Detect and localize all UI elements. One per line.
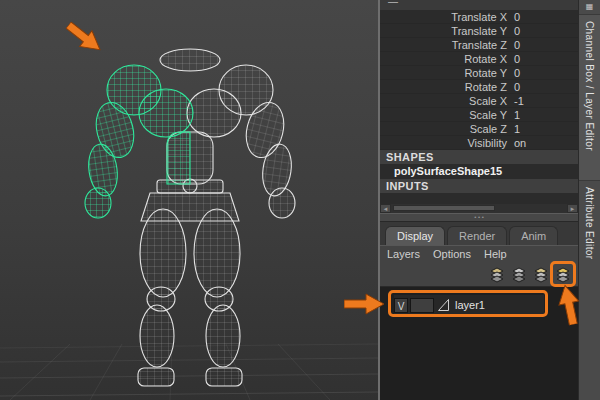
scroll-left-icon[interactable]: ◄ (380, 204, 391, 213)
layer-display-mode-box[interactable] (410, 298, 434, 313)
channel-list: Translate X 0 Translate Y 0 Translate Z … (380, 10, 578, 150)
channel-value[interactable]: on (514, 136, 578, 149)
channel-box-menubar: — (380, 0, 578, 10)
layer-color-swatch-icon[interactable] (436, 297, 451, 313)
shapes-section-header: SHAPES (380, 150, 578, 164)
menu-options[interactable]: Options (433, 248, 471, 260)
menu-help[interactable]: Help (484, 248, 507, 260)
channel-row[interactable]: Translate X 0 (380, 10, 578, 24)
channel-name[interactable]: Translate X (380, 10, 514, 23)
channel-row[interactable]: Rotate X 0 (380, 52, 578, 66)
channel-name[interactable]: Scale X (380, 94, 514, 107)
sidebar-tab-strip: ▦ Channel Box / Layer Editor Attribute E… (578, 0, 600, 400)
channel-value[interactable]: 0 (514, 38, 578, 51)
layer-editor-buttons (380, 262, 578, 286)
maya-ui: — Translate X 0 Translate Y 0 Translate … (0, 0, 600, 400)
channel-value[interactable]: 0 (514, 52, 578, 65)
layer-list: V layer1 (380, 286, 578, 400)
panel-splitter-handle[interactable]: • • • (380, 213, 578, 222)
channel-box-hscrollbar[interactable]: ◄ ► (380, 204, 578, 213)
channel-row[interactable]: Scale Z 1 (380, 122, 578, 136)
sidebar-menu-icon[interactable]: ▦ (579, 0, 600, 14)
channel-value[interactable]: 0 (514, 10, 578, 23)
sidebar-tab-label: Channel Box / Layer Editor (584, 15, 595, 180)
layer-visibility-toggle[interactable]: V (394, 298, 408, 313)
sidebar-tab-label: Attribute Editor (584, 181, 595, 300)
viewport-grid (0, 344, 378, 400)
scroll-thumb[interactable] (393, 205, 495, 211)
new-layer-icon[interactable] (532, 265, 550, 283)
channel-value[interactable]: 1 (514, 108, 578, 121)
channel-row[interactable]: Translate Z 0 (380, 38, 578, 52)
layer-editor-menubar: Layers Options Help (380, 246, 578, 262)
channel-row[interactable]: Visibility on (380, 136, 578, 150)
scroll-right-icon[interactable]: ► (567, 204, 578, 213)
channel-name[interactable]: Rotate X (380, 52, 514, 65)
new-layer-assign-selected-icon[interactable] (554, 265, 572, 283)
layer-editor-tabbar: Display Render Anim (380, 222, 578, 246)
channel-row[interactable]: Rotate Y 0 (380, 66, 578, 80)
move-to-layer-icon[interactable] (488, 265, 506, 283)
menu-layers[interactable]: Layers (387, 248, 420, 260)
empty-layer-icon[interactable] (510, 265, 528, 283)
channel-name[interactable]: Rotate Z (380, 80, 514, 93)
channel-name[interactable]: Visibility (380, 136, 514, 149)
channel-name[interactable]: Translate Y (380, 24, 514, 37)
channel-row[interactable]: Scale X -1 (380, 94, 578, 108)
channel-name[interactable]: Scale Y (380, 108, 514, 121)
shape-node-item[interactable]: polySurfaceShape15 (380, 164, 578, 179)
tab-anim[interactable]: Anim (509, 226, 558, 245)
channel-value[interactable]: 1 (514, 122, 578, 135)
tab-render[interactable]: Render (447, 226, 507, 245)
inputs-section-header: INPUTS (380, 179, 578, 193)
channel-row[interactable]: Translate Y 0 (380, 24, 578, 38)
tab-attribute-editor[interactable]: Attribute Editor (579, 180, 600, 300)
collapsed-menu-dash-icon[interactable]: — (388, 0, 398, 7)
channel-name[interactable]: Translate Z (380, 38, 514, 51)
channel-name[interactable]: Rotate Y (380, 66, 514, 79)
channel-value[interactable]: 0 (514, 66, 578, 79)
wireframe-character[interactable] (0, 0, 378, 400)
channel-value[interactable]: 0 (514, 24, 578, 37)
layer-row[interactable]: V layer1 (394, 295, 544, 315)
channel-row[interactable]: Scale Y 1 (380, 108, 578, 122)
channel-value[interactable]: 0 (514, 80, 578, 93)
scroll-track[interactable] (391, 204, 567, 213)
tab-channel-box-layer-editor[interactable]: Channel Box / Layer Editor (579, 14, 600, 180)
channel-box-empty-area (380, 193, 578, 204)
channel-value[interactable]: -1 (514, 94, 578, 107)
channel-box-layer-editor-panel: — Translate X 0 Translate Y 0 Translate … (378, 0, 578, 400)
layer-name[interactable]: layer1 (453, 299, 485, 311)
channel-name[interactable]: Scale Z (380, 122, 514, 135)
tab-display[interactable]: Display (385, 226, 445, 245)
channel-row[interactable]: Rotate Z 0 (380, 80, 578, 94)
viewport-3d[interactable] (0, 0, 378, 400)
